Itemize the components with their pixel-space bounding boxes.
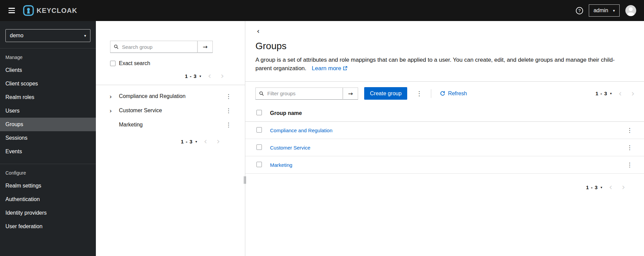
refresh-label: Refresh <box>448 91 467 97</box>
sidebar-item-events[interactable]: Events <box>0 145 96 158</box>
masthead: KEYCLOAK ? admin ▾ <box>0 0 644 21</box>
chevron-down-icon: ▾ <box>601 185 602 189</box>
group-tree-item-label[interactable]: Compliance and Regulation <box>119 93 224 99</box>
sidebar-item-realm-settings[interactable]: Realm settings <box>0 179 96 193</box>
kebab-menu-button[interactable]: ⋮ <box>224 121 233 129</box>
column-header-group-name: Group name <box>263 105 620 122</box>
sidebar-item-sessions[interactable]: Sessions <box>0 131 96 145</box>
page-description-text: A group is a set of attributes and role … <box>255 57 615 72</box>
toolbar-kebab-button[interactable]: ⋮ <box>414 89 424 98</box>
pagination-range-label: 1 - 3 <box>185 73 197 79</box>
row-kebab-button[interactable]: ⋮ <box>625 161 635 169</box>
sidebar-item-groups[interactable]: Groups <box>0 118 96 131</box>
select-all-checkbox[interactable] <box>256 110 262 115</box>
pagination-prev-button[interactable]: ‹ <box>604 183 617 191</box>
tree-row: › Compliance and Regulation ⋮ <box>96 89 245 103</box>
pagination-range-dropdown[interactable]: 1 - 3 ▾ <box>179 138 199 145</box>
sidebar-toggle-button[interactable] <box>4 3 19 18</box>
sidebar-item-users[interactable]: Users <box>0 104 96 118</box>
tree-row: Marketing ⋮ <box>96 118 245 132</box>
learn-more-label: Learn more <box>312 64 341 73</box>
groups-table: Group name Compliance and Regulation ⋮ C… <box>245 105 644 174</box>
search-icon <box>114 44 119 49</box>
realm-selector[interactable]: demo ▾ <box>5 29 90 42</box>
panel-resize-handle[interactable] <box>244 176 246 184</box>
help-icon: ? <box>576 7 583 15</box>
pagination-next-button[interactable]: › <box>216 72 229 80</box>
row-kebab-button[interactable]: ⋮ <box>625 143 635 152</box>
group-tree-item-label[interactable]: Customer Service <box>119 107 224 114</box>
username-label: admin <box>594 7 608 14</box>
group-link[interactable]: Compliance and Regulation <box>270 127 332 133</box>
pagination-prev-button[interactable]: ‹ <box>203 72 216 80</box>
group-search-input[interactable] <box>121 44 194 50</box>
sidebar-item-realm-roles[interactable]: Realm roles <box>0 91 96 104</box>
table-row: Marketing ⋮ <box>245 156 644 174</box>
row-checkbox[interactable] <box>256 127 262 133</box>
pagination-prev-button[interactable]: ‹ <box>614 90 627 98</box>
hamburger-icon <box>8 10 15 11</box>
pagination-range-dropdown[interactable]: 1 - 3 ▾ <box>183 73 203 79</box>
toolbar-divider <box>431 89 431 98</box>
sidebar-item-client-scopes[interactable]: Client scopes <box>0 77 96 91</box>
exact-search-checkbox[interactable] <box>110 61 116 66</box>
page-header: ‹ Groups A group is a set of attributes … <box>245 21 644 73</box>
groups-tree-panel: → Exact search 1 - 3 ▾ ‹ › <box>96 21 245 256</box>
pagination-range-dropdown[interactable]: 1 - 3 ▾ <box>584 184 604 191</box>
pagination-range-label: 1 - 3 <box>586 184 598 190</box>
row-checkbox[interactable] <box>256 144 262 150</box>
refresh-icon <box>440 91 445 96</box>
filter-groups-box <box>255 87 343 100</box>
create-group-button[interactable]: Create group <box>364 87 407 100</box>
group-tree-item-label[interactable]: Marketing <box>119 122 224 128</box>
realm-selector-label: demo <box>10 33 23 39</box>
kebab-menu-button[interactable]: ⋮ <box>224 92 233 100</box>
tree-pagination-bottom: 1 - 3 ▾ ‹ › <box>179 137 225 145</box>
avatar[interactable] <box>625 5 637 16</box>
chevron-down-icon: ▾ <box>200 74 201 78</box>
drawer-collapse-button[interactable]: ‹ <box>255 27 261 35</box>
chevron-down-icon: ▾ <box>613 8 615 13</box>
table-header-row: Group name <box>245 105 644 122</box>
expand-toggle-icon[interactable]: › <box>109 107 119 114</box>
refresh-button[interactable]: Refresh <box>438 90 469 97</box>
pagination-next-button[interactable]: › <box>212 137 225 145</box>
tree-search-row: → <box>96 41 245 53</box>
group-link[interactable]: Marketing <box>270 162 292 168</box>
group-search-box <box>110 41 198 53</box>
chevron-down-icon: ▾ <box>84 34 86 38</box>
expand-toggle-icon[interactable]: › <box>109 93 119 100</box>
kebab-menu-button[interactable]: ⋮ <box>224 106 233 115</box>
hamburger-icon <box>8 12 15 13</box>
table-row: Customer Service ⋮ <box>245 139 644 156</box>
user-menu-dropdown[interactable]: admin ▾ <box>589 4 620 17</box>
search-submit-button[interactable]: → <box>198 41 213 53</box>
table-row: Compliance and Regulation ⋮ <box>245 122 644 139</box>
group-link[interactable]: Customer Service <box>270 145 310 151</box>
table-pagination-bottom: 1 - 3 ▾ ‹ › <box>584 183 630 191</box>
sidebar-item-identity-providers[interactable]: Identity providers <box>0 206 96 220</box>
exact-search-label: Exact search <box>119 60 150 66</box>
row-kebab-button[interactable]: ⋮ <box>625 126 635 134</box>
tree-pagination-top: 1 - 3 ▾ ‹ › <box>183 72 229 80</box>
row-checkbox[interactable] <box>256 162 262 167</box>
sidebar-item-clients[interactable]: Clients <box>0 63 96 77</box>
exact-search-row: Exact search <box>96 53 245 66</box>
sidebar-item-user-federation[interactable]: User federation <box>0 220 96 233</box>
learn-more-link[interactable]: Learn more <box>312 64 347 73</box>
pagination-prev-button[interactable]: ‹ <box>199 137 212 145</box>
pagination-next-button[interactable]: › <box>617 183 630 191</box>
groups-toolbar: → Create group ⋮ Refresh 1 - 3 ▾ <box>245 82 644 105</box>
pagination-range-dropdown[interactable]: 1 - 3 ▾ <box>594 90 614 97</box>
hamburger-icon <box>8 8 15 9</box>
table-pagination-top: 1 - 3 ▾ ‹ › <box>594 90 639 98</box>
help-button[interactable]: ? <box>576 7 583 15</box>
sidebar: demo ▾ Manage Clients Client scopes Real… <box>0 21 96 256</box>
avatar-icon <box>625 5 637 16</box>
sidebar-item-authentication[interactable]: Authentication <box>0 193 96 206</box>
pagination-next-button[interactable]: › <box>626 90 639 98</box>
filter-submit-button[interactable]: → <box>343 87 358 100</box>
keycloak-logo[interactable]: KEYCLOAK <box>23 5 77 16</box>
search-icon <box>259 91 264 96</box>
filter-groups-input[interactable] <box>267 90 339 97</box>
